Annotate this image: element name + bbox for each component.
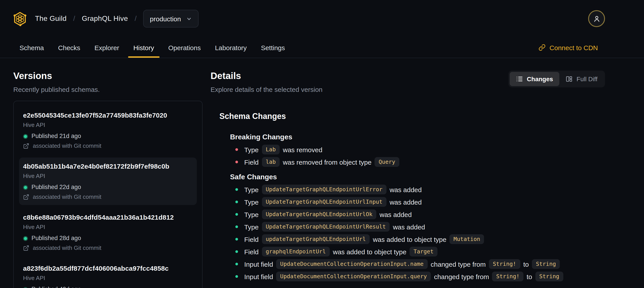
version-service: Hive API [23,173,193,180]
tab-list: SchemaChecksExplorerHistoryOperationsLab… [20,37,285,58]
code-chip: graphqlEndpointUrl [262,247,330,256]
target-selector-dropdown[interactable]: production [143,10,198,28]
version-status-label: Published 22d ago [32,184,81,191]
hive-logo-icon[interactable] [13,11,26,26]
tab-operations[interactable]: Operations [168,37,201,58]
connect-to-cdn-link[interactable]: Connect to CDN [538,37,598,58]
change-text: Field [244,248,258,255]
code-chip: Lab [262,145,280,154]
change-text: was added [390,186,422,193]
external-link-icon [23,194,29,200]
code-chip: UpdateDocumentCollectionOperationInput.q… [276,271,431,281]
published-dot-icon [23,134,28,139]
code-chip: Mutation [450,234,484,244]
git-commit-link[interactable]: associated with Git commit [23,244,193,252]
change-item: TypeUpdateTargetGraphQLEndpointUrlResult… [230,222,605,232]
version-list-item[interactable]: c8b6e88a06793b9c4dfd54aaa21b36a1b421d812… [19,209,197,256]
change-text: to [523,260,529,268]
versions-panel: Versions Recently published schemas. e2e… [13,71,202,288]
external-link-icon [23,143,29,149]
change-section-title: Safe Changes [230,173,605,181]
change-text: was added [393,223,425,230]
external-link-icon [23,245,29,251]
change-section: Safe Changes TypeUpdateTargetGraphQLEndp… [230,173,605,281]
version-status-label: Published 28d ago [32,235,81,242]
git-commit-link[interactable]: associated with Git commit [23,142,193,150]
version-list-item[interactable]: 4b05ab51b1b4a7e2e4b0ef82172f2b9f7ef98c0b… [19,158,197,205]
version-hash: 4b05ab51b1b4a7e2e4b0ef82172f2b9f7ef98c0b [23,162,193,170]
change-text: Type [244,146,258,153]
version-status: Published 40d ago [23,286,193,288]
details-header: Details Explore details of the selected … [210,71,605,94]
tab-explorer[interactable]: Explorer [94,37,119,58]
version-hash: c8b6e88a06793b9c4dfd54aaa21b36a1b421d812 [23,213,193,221]
code-chip: String [532,259,560,269]
details-panel: Details Explore details of the selected … [210,71,605,284]
change-text: was added [380,211,412,218]
change-text: Input field [244,273,273,280]
schema-changes-title: Schema Changes [220,111,605,121]
change-text: changed type from [434,273,489,280]
details-title-block: Details Explore details of the selected … [210,71,322,94]
version-service: Hive API [23,122,193,129]
tab-laboratory[interactable]: Laboratory [215,37,247,58]
code-chip: Target [410,247,438,256]
details-title: Details [210,71,322,81]
version-hash: e2e55045345ce13fe07f52a77459b83fa3fe7020 [23,111,193,119]
connect-to-cdn-label: Connect to CDN [550,44,598,51]
code-chip: String! [492,271,524,281]
git-commit-label: associated with Git commit [33,142,101,150]
published-dot-icon [23,236,28,241]
change-text: Input field [244,260,273,268]
change-list: TypeUpdateTargetGraphQLEndpointUrlErrorw… [230,185,605,281]
breadcrumb-separator: / [73,15,75,23]
change-item: TypeLabwas removed [230,145,605,154]
published-dot-icon [23,287,28,288]
git-commit-label: associated with Git commit [33,193,101,201]
tab-schema[interactable]: Schema [20,37,44,58]
tab-checks[interactable]: Checks [58,37,80,58]
code-chip: UpdateTargetGraphQLEndpointUrlInput [262,197,386,207]
view-toggle-changes[interactable]: Changes [510,72,559,86]
details-subtitle: Explore details of the selected version [210,85,322,94]
graphql-hive-app: The Guild / GraphQL Hive / production Sc… [0,0,644,288]
tab-history[interactable]: History [134,37,154,58]
version-hash: a823f6db2a55df877dcf406006abca97fcc4858c [23,264,193,272]
change-item: TypeUpdateTargetGraphQLEndpointUrlOkwas … [230,209,605,219]
code-chip: UpdateTargetGraphQLEndpointUrlResult [262,222,390,232]
change-item: FieldupdateTargetGraphQLEndpointUrlwas a… [230,234,605,244]
code-chip: UpdateTargetGraphQLEndpointUrlOk [262,209,376,219]
change-item: Input fieldUpdateDocumentCollectionOpera… [230,271,605,281]
published-dot-icon [23,185,28,190]
breadcrumb-project[interactable]: GraphQL Hive [82,15,128,23]
version-status-label: Published 40d ago [32,286,81,288]
view-toggle-group: Changes Full Diff [508,71,605,87]
tab-settings[interactable]: Settings [261,37,285,58]
view-toggle-full-diff[interactable]: Full Diff [559,72,604,86]
change-section-title: Breaking Changes [230,133,605,142]
version-list-item[interactable]: a823f6db2a55df877dcf406006abca97fcc4858c… [19,259,197,288]
breadcrumb-separator: / [134,15,136,23]
version-list: e2e55045345ce13fe07f52a77459b83fa3fe7020… [13,101,202,288]
list-icon [516,75,523,83]
versions-subtitle: Recently published schemas. [13,85,202,94]
version-list-item[interactable]: e2e55045345ce13fe07f52a77459b83fa3fe7020… [19,107,197,154]
versions-title: Versions [13,71,202,81]
change-item: TypeUpdateTargetGraphQLEndpointUrlErrorw… [230,185,605,194]
change-text: Field [244,158,258,166]
git-commit-link[interactable]: associated with Git commit [23,193,193,201]
breadcrumb: The Guild / GraphQL Hive / production [13,10,198,28]
change-item: Input fieldUpdateDocumentCollectionOpera… [230,259,605,269]
change-text: was added [390,198,422,206]
main-content: Versions Recently published schemas. e2e… [0,58,644,288]
code-chip: updateTargetGraphQLEndpointUrl [262,234,370,244]
change-text: to [526,273,532,280]
breadcrumb-org[interactable]: The Guild [35,15,66,23]
change-text: was removed from object type [283,158,372,166]
version-status-label: Published 21d ago [32,133,81,140]
change-text: was added to object type [373,235,446,243]
user-avatar[interactable] [588,10,605,27]
git-commit-label: associated with Git commit [33,244,101,252]
change-text: was added to object type [333,248,406,255]
version-status: Published 22d ago [23,184,193,191]
